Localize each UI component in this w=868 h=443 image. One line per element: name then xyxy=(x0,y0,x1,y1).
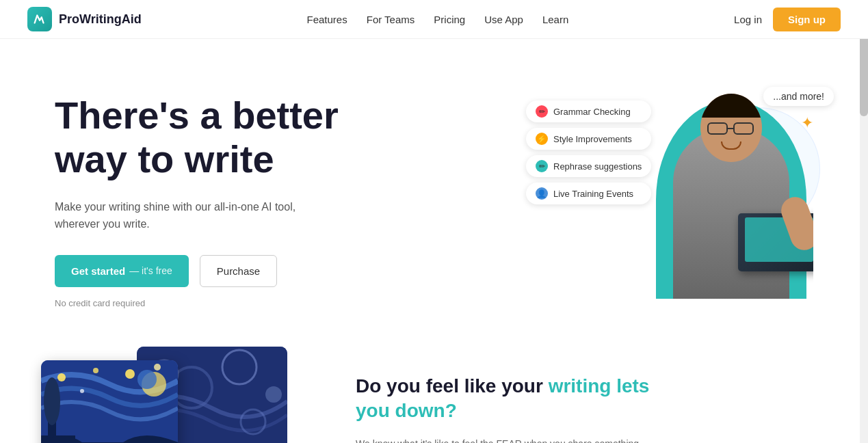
logo-icon xyxy=(27,7,52,31)
feature-tag-grammar: ✏ Grammar Checking xyxy=(526,100,651,122)
svg-point-18 xyxy=(44,377,60,425)
feature-tag-training: 👤 Live Training Events xyxy=(526,183,651,204)
hero-subtext: Make your writing shine with our all-in-… xyxy=(55,198,328,233)
svg-point-8 xyxy=(57,373,66,381)
nav-pricing[interactable]: Pricing xyxy=(434,14,465,25)
hero-left: There's a better way to write Make your … xyxy=(55,80,339,308)
get-started-button[interactable]: Get started — it's free xyxy=(55,255,189,287)
feature-tags: ✏ Grammar Checking ⚡ Style Improvements … xyxy=(526,100,651,204)
section2-left: My idea in my head xyxy=(41,347,301,443)
feature-tag-rephrase: ✏ Rephrase suggestions xyxy=(526,155,651,177)
nav-use-app[interactable]: Use App xyxy=(484,14,523,25)
scrollbar-thumb[interactable] xyxy=(860,34,868,116)
art-stack: My idea in my head xyxy=(41,347,274,443)
nav-for-teams[interactable]: For Teams xyxy=(367,14,415,25)
free-label: — it's free xyxy=(129,265,172,276)
section2: My idea in my head Do you feel like your… xyxy=(0,347,868,443)
brand-name: ProWritingAid xyxy=(59,12,142,27)
hero-section: There's a better way to write Make your … xyxy=(0,39,868,340)
feature-tag-style: ⚡ Style Improvements xyxy=(526,128,651,150)
svg-point-10 xyxy=(125,369,135,379)
rephrase-icon: ✏ xyxy=(536,160,548,172)
purchase-button[interactable]: Purchase xyxy=(200,255,277,287)
section2-body: We know what it's like to feel the FEAR … xyxy=(356,436,657,443)
hero-buttons: Get started — it's free Purchase xyxy=(55,255,339,287)
logo[interactable]: ProWritingAid xyxy=(27,7,142,31)
svg-point-11 xyxy=(154,364,161,371)
nav-features[interactable]: Features xyxy=(307,14,347,25)
training-icon: 👤 xyxy=(536,187,548,200)
navbar: ProWritingAid Features For Teams Pricing… xyxy=(0,0,868,39)
login-button[interactable]: Log in xyxy=(734,14,762,25)
svg-point-5 xyxy=(265,386,282,403)
svg-point-14 xyxy=(137,370,157,389)
style-icon: ⚡ xyxy=(536,133,548,145)
grammar-icon: ✏ xyxy=(536,105,548,118)
hero-headline: There's a better way to write xyxy=(55,94,339,182)
svg-point-12 xyxy=(80,389,84,393)
no-credit-text: No credit card required xyxy=(55,298,339,308)
svg-point-9 xyxy=(93,368,98,373)
nav-learn[interactable]: Learn xyxy=(542,14,568,25)
art-card-front: My idea in my head xyxy=(41,360,178,443)
scrollbar[interactable] xyxy=(860,0,868,443)
nav-actions: Log in Sign up xyxy=(734,8,841,31)
section2-title: Do you feel like your writing lets you d… xyxy=(356,374,670,424)
signup-button[interactable]: Sign up xyxy=(773,8,841,31)
section2-right: Do you feel like your writing lets you d… xyxy=(356,347,670,443)
nav-links: Features For Teams Pricing Use App Learn xyxy=(307,14,569,25)
hero-illustration: ...and more! ✦ ✏ Grammar Checking ⚡ Styl… xyxy=(540,80,827,312)
